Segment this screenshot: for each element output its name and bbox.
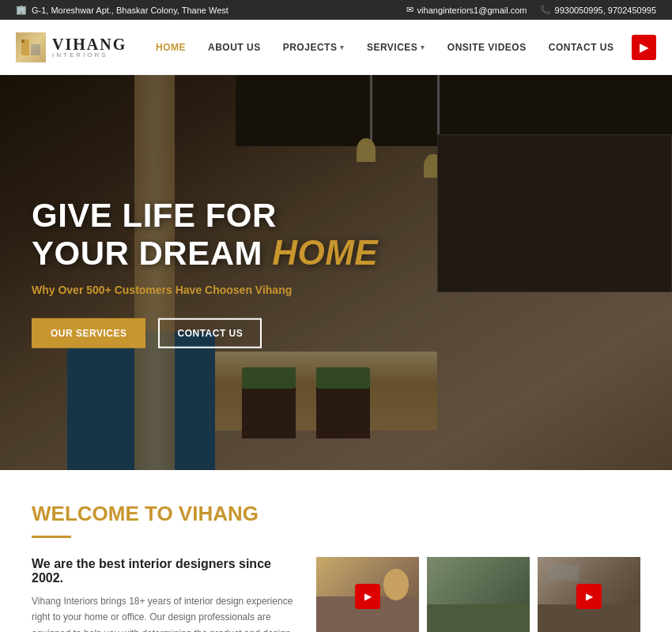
top-bar-contacts: vihanginteriors1@gmail.com 9930050995, 9… bbox=[406, 5, 656, 15]
top-bar-address: G-1, Moreshwar Apt., Bhaskar Colony, Tha… bbox=[16, 5, 228, 15]
nav-item-projects[interactable]: PROJECTS ▾ bbox=[272, 34, 356, 61]
welcome-title-prefix: WELCOME TO bbox=[32, 502, 179, 525]
img2-floor bbox=[427, 604, 530, 632]
nav-item-services[interactable]: SERVICES ▾ bbox=[356, 34, 436, 61]
img1-clock bbox=[383, 569, 410, 600]
nav-item-contact[interactable]: CONTACT US bbox=[538, 34, 625, 61]
nav-link-home[interactable]: HOME bbox=[145, 34, 197, 61]
welcome-grid: We are the best interior designers since… bbox=[32, 557, 640, 632]
hero-section: GIVE LIFE FOR YOUR DREAM HOME Why Over 5… bbox=[0, 75, 672, 470]
top-bar-email: vihanginteriors1@gmail.com bbox=[406, 5, 527, 15]
welcome-text-column: We are the best interior designers since… bbox=[32, 557, 300, 632]
hero-buttons: OUR SERVICES CONTACT US bbox=[32, 318, 378, 348]
welcome-image-2[interactable] bbox=[427, 557, 530, 632]
hero-title-highlight: HOME bbox=[272, 233, 378, 272]
contact-us-button[interactable]: CONTACT US bbox=[158, 318, 262, 348]
email-text: vihanginteriors1@gmail.com bbox=[417, 6, 527, 15]
chevron-services: ▾ bbox=[421, 43, 425, 51]
hero-content: GIVE LIFE FOR YOUR DREAM HOME Why Over 5… bbox=[32, 198, 378, 348]
welcome-title: WELCOME TO VIHANG bbox=[32, 502, 640, 526]
brand-name: VIHANG bbox=[52, 36, 126, 53]
address-text: G-1, Moreshwar Apt., Bhaskar Colony, Tha… bbox=[32, 6, 228, 15]
welcome-image-3[interactable]: ▶ bbox=[538, 557, 640, 632]
phone-text: 9930050995, 9702450995 bbox=[555, 6, 656, 15]
top-bar-phone: 9930050995, 9702450995 bbox=[540, 5, 656, 15]
welcome-images: ▶ ▶ bbox=[316, 557, 640, 632]
nav-link-services[interactable]: SERVICES ▾ bbox=[356, 34, 436, 61]
svg-rect-1 bbox=[31, 44, 40, 55]
play-button-3[interactable]: ▶ bbox=[576, 584, 602, 609]
welcome-tagline: We are the best interior designers since… bbox=[32, 557, 300, 585]
logo-text-wrap: VIHANG INTERIORS bbox=[52, 36, 126, 58]
nav-item-about[interactable]: ABOUT US bbox=[197, 34, 272, 61]
hero-title: GIVE LIFE FOR YOUR DREAM HOME bbox=[32, 198, 378, 273]
phone-icon bbox=[540, 5, 551, 15]
top-bar: G-1, Moreshwar Apt., Bhaskar Colony, Tha… bbox=[0, 0, 672, 20]
welcome-image-1[interactable]: ▶ bbox=[316, 557, 419, 632]
nav-item-videos[interactable]: ONSITE VIDEOS bbox=[436, 34, 538, 61]
logo[interactable]: VIHANG INTERIORS bbox=[16, 32, 142, 62]
hero-title-line1: GIVE LIFE FOR bbox=[32, 197, 277, 234]
nav-link-contact[interactable]: CONTACT US bbox=[538, 34, 625, 61]
nav-item-youtube[interactable] bbox=[625, 35, 657, 60]
welcome-img-bg-2 bbox=[427, 557, 530, 632]
hero-sub-prefix: Why Over bbox=[32, 283, 86, 295]
hero-subtitle: Why Over 500+ Customers Have Choosen Vih… bbox=[32, 283, 378, 295]
nav-link-youtube[interactable] bbox=[632, 35, 657, 60]
play-button-1[interactable]: ▶ bbox=[355, 584, 380, 609]
nav-link-projects[interactable]: PROJECTS ▾ bbox=[272, 34, 356, 61]
welcome-title-brand: VIHANG bbox=[179, 502, 259, 525]
chevron-projects: ▾ bbox=[340, 43, 345, 51]
nav-link-videos[interactable]: ONSITE VIDEOS bbox=[436, 34, 538, 61]
hero-sub-count: 500+ bbox=[86, 283, 111, 295]
welcome-description: Vihang Interiors brings 18+ years of int… bbox=[32, 593, 300, 632]
welcome-section: WELCOME TO VIHANG We are the best interi… bbox=[0, 470, 672, 632]
img3-ceiling bbox=[548, 565, 579, 581]
navbar: VIHANG INTERIORS HOME ABOUT US PROJECTS … bbox=[0, 20, 672, 75]
nav-link-about[interactable]: ABOUT US bbox=[197, 34, 272, 61]
svg-rect-2 bbox=[21, 40, 25, 43]
nav-item-home[interactable]: HOME bbox=[145, 34, 197, 61]
nav-links: HOME ABOUT US PROJECTS ▾ SERVICES ▾ ONSI… bbox=[145, 34, 656, 61]
email-icon bbox=[406, 5, 413, 15]
welcome-underline bbox=[32, 536, 71, 538]
logo-svg bbox=[20, 36, 42, 58]
hero-sub-suffix: Customers Have Choosen Vihang bbox=[111, 283, 292, 295]
building-icon bbox=[16, 5, 27, 15]
youtube-icon bbox=[640, 41, 649, 54]
our-services-button[interactable]: OUR SERVICES bbox=[32, 318, 145, 348]
hero-title-line2: YOUR DREAM bbox=[32, 235, 262, 272]
logo-icon bbox=[16, 32, 46, 62]
